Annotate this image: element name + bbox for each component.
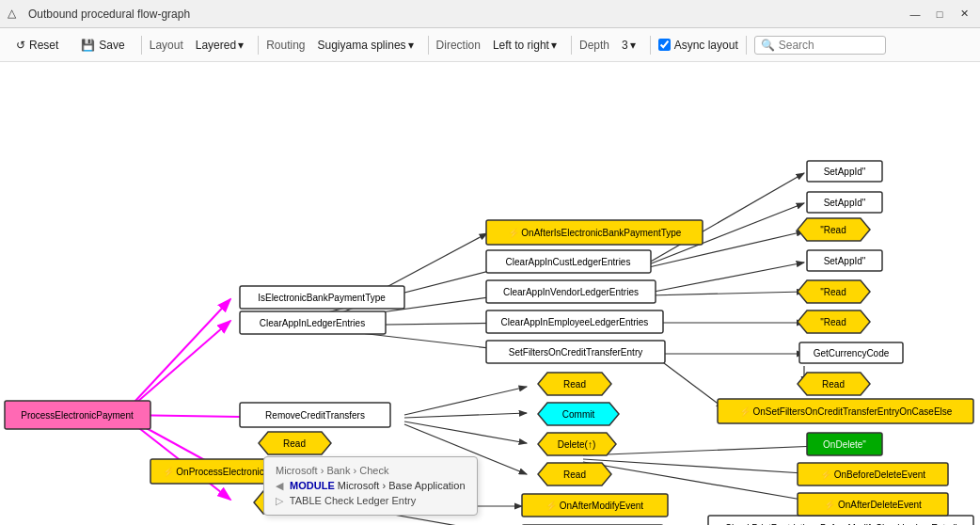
routing-chevron: ▾ — [408, 39, 414, 52]
direction-dropdown[interactable]: Left to right ▾ — [486, 35, 563, 56]
maximize-button[interactable]: □ — [931, 6, 948, 23]
routing-value: Sugiyama splines — [318, 39, 406, 52]
tooltip-path: Microsoft › Bank › Check — [276, 465, 466, 476]
node-process-electronic-payment-label: ProcessElectronicPayment — [21, 410, 134, 421]
svg-text:SetAppId": SetAppId" — [824, 198, 866, 208]
svg-text:"Read: "Read — [820, 225, 846, 235]
reset-icon: ↺ — [16, 39, 25, 52]
routing-label: Routing — [266, 39, 305, 52]
routing-dropdown[interactable]: Sugiyama splines ▾ — [311, 35, 420, 56]
minimize-button[interactable]: — — [907, 6, 924, 23]
app-icon: △ — [8, 7, 23, 22]
toolbar: ↺ Reset 💾 Save Layout Layered ▾ Routing … — [0, 28, 980, 62]
layout-label: Layout — [150, 39, 183, 52]
svg-text:Read: Read — [822, 379, 845, 390]
layout-chevron: ▾ — [238, 39, 244, 52]
svg-line-22 — [583, 459, 818, 474]
svg-line-17 — [649, 292, 804, 295]
async-layout-label: Async layout — [674, 39, 738, 52]
separator-1 — [141, 36, 142, 55]
svg-text:⚡ OnAfterIsElectronicBankPayme: ⚡ OnAfterIsElectronicBankPaymentType — [508, 227, 682, 239]
svg-text:RemoveCreditTransfers: RemoveCreditTransfers — [265, 410, 365, 421]
svg-text:Delete(↑): Delete(↑) — [558, 439, 596, 450]
tooltip-table-line: ▷ TABLE Check Ledger Entry — [276, 495, 466, 507]
depth-dropdown[interactable]: 3 ▾ — [615, 35, 642, 56]
svg-text:SetAppId": SetAppId" — [824, 256, 866, 266]
title-bar: △ Outbound procedural flow-graph — □ ✕ — [0, 0, 980, 28]
graph-svg: ProcessElectronicPayment IsElectronicBan… — [0, 62, 980, 525]
separator-2 — [258, 36, 259, 55]
direction-value: Left to right — [493, 39, 549, 52]
svg-text:IsElectronicBankPaymentType: IsElectronicBankPaymentType — [258, 293, 386, 303]
direction-label: Direction — [436, 39, 481, 52]
depth-chevron: ▾ — [630, 39, 636, 52]
svg-text:Commit: Commit — [562, 409, 595, 420]
svg-text:⚡ OnAfterDeleteEvent: ⚡ OnAfterDeleteEvent — [824, 499, 922, 511]
tooltip-module: MODULE — [290, 480, 335, 491]
svg-text:GetCurrencyCode: GetCurrencyCode — [814, 348, 890, 358]
search-icon: 🔍 — [761, 39, 775, 52]
svg-text:ClearAppInEmployeeLedgerEntrie: ClearAppInEmployeeLedgerEntries — [501, 317, 649, 327]
close-button[interactable]: ✕ — [956, 6, 972, 23]
search-box[interactable]: 🔍 — [754, 36, 886, 55]
save-icon: 💾 — [81, 39, 95, 52]
svg-text:Read: Read — [563, 379, 586, 390]
graph-canvas: ProcessElectronicPayment IsElectronicBan… — [0, 62, 980, 525]
svg-line-21 — [583, 446, 818, 455]
svg-text:⚡ OnBeforeDeleteEvent: ⚡ OnBeforeDeleteEvent — [820, 469, 925, 481]
window-title: Outbound procedural flow-graph — [28, 8, 907, 21]
table-triangle-icon: ▷ — [276, 495, 283, 506]
svg-text:Read: Read — [283, 438, 306, 449]
svg-line-8 — [404, 387, 527, 415]
tooltip-module-text: Microsoft › Base Application — [338, 480, 466, 491]
direction-chevron: ▾ — [551, 39, 557, 52]
reset-button[interactable]: ↺ Reset — [8, 35, 67, 56]
layout-value: Layered — [196, 39, 236, 52]
svg-text:SetFiltersOnCreditTransferEntr: SetFiltersOnCreditTransferEntry — [509, 347, 642, 358]
window-controls: — □ ✕ — [907, 6, 972, 23]
svg-text:SetAppId": SetAppId" — [824, 167, 866, 177]
search-input[interactable] — [779, 39, 873, 52]
separator-6 — [746, 36, 747, 55]
separator-5 — [650, 36, 651, 55]
async-layout-checkbox[interactable] — [658, 39, 671, 51]
layout-dropdown[interactable]: Layered ▾ — [189, 35, 250, 56]
tooltip-module-line: ◀ MODULE Microsoft › Base Application — [276, 480, 466, 492]
tooltip-table: TABLE Check Ledger Entry — [290, 495, 416, 506]
module-triangle-icon: ◀ — [276, 480, 283, 491]
save-button[interactable]: 💾 Save — [72, 35, 133, 56]
reset-label: Reset — [29, 39, 58, 52]
tooltip: Microsoft › Bank › Check ◀ MODULE Micros… — [263, 456, 478, 516]
depth-label: Depth — [579, 39, 609, 52]
svg-text:ClearAppInLedgerEntries: ClearAppInLedgerEntries — [260, 318, 365, 328]
svg-text:⚡ OnAfterModifyEvent: ⚡ OnAfterModifyEvent — [545, 500, 643, 512]
svg-text:"Read: "Read — [820, 287, 846, 297]
svg-text:OnDelete": OnDelete" — [823, 439, 866, 450]
depth-value: 3 — [622, 39, 628, 52]
svg-text:"Read: "Read — [820, 317, 846, 327]
svg-line-16 — [649, 262, 804, 293]
async-layout-checkbox-label[interactable]: Async layout — [658, 39, 738, 52]
svg-text:ClearAppInVendorLedgerEntries: ClearAppInVendorLedgerEntries — [503, 287, 639, 297]
save-label: Save — [99, 39, 124, 52]
svg-line-2 — [376, 233, 487, 293]
separator-3 — [428, 36, 429, 55]
svg-text:⚡ OnSetFiltersOnCreditTransfer: ⚡ OnSetFiltersOnCreditTransferEntryOnCas… — [739, 406, 953, 418]
svg-line-9 — [404, 413, 527, 418]
separator-4 — [571, 36, 572, 55]
svg-text:ClearAppInCustLedgerEntries: ClearAppInCustLedgerEntries — [506, 257, 631, 267]
svg-text:Read: Read — [563, 469, 586, 480]
